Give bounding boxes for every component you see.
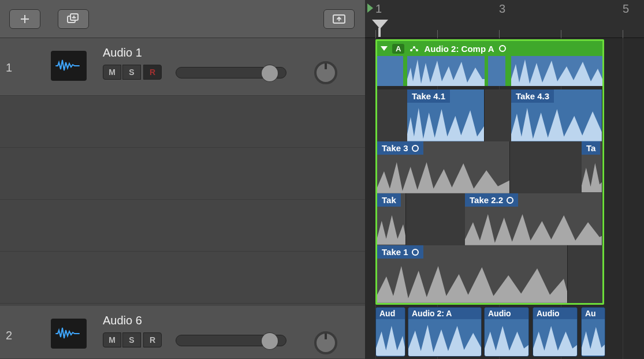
take-region[interactable]: Take 3 — [377, 141, 510, 193]
mute-button[interactable]: M — [103, 65, 121, 80]
record-enable-button[interactable]: R — [143, 65, 162, 80]
take-region[interactable]: Take 4.3 — [511, 89, 602, 141]
region-label: Ta — [582, 141, 600, 155]
pan-knob[interactable] — [314, 61, 337, 84]
region-label: Audio — [533, 308, 577, 319]
track-header-row[interactable]: 2 Audio 6 M S R — [0, 306, 365, 359]
solo-button[interactable]: S — [122, 332, 141, 347]
take-region[interactable]: Take 2.2 — [465, 193, 602, 245]
take-lane[interactable]: Take 4.1 Take 4.3 — [377, 89, 602, 141]
loop-indicator-icon — [412, 249, 419, 256]
comp-segment[interactable] — [488, 56, 505, 86]
take-lane[interactable]: Tak Take 2.2 — [377, 193, 602, 245]
solo-button[interactable]: S — [122, 65, 141, 80]
track-header-panel: 1 Audio 1 M S R 2 Audio 6 M S R — [0, 0, 365, 359]
ruler[interactable]: 1 3 5 — [365, 0, 644, 38]
comp-segment[interactable] — [407, 56, 485, 86]
region-label: Take 1 — [377, 245, 423, 259]
audio-region[interactable]: Aud — [375, 307, 405, 357]
take-lane[interactable]: Take 3 Ta — [377, 141, 602, 193]
region-label: Tak — [377, 193, 401, 207]
region-label: Take 4.1 — [407, 89, 450, 103]
comp-segment[interactable] — [511, 56, 602, 86]
audio-region[interactable]: Audio — [533, 307, 578, 357]
region-label: Take 4.3 — [511, 89, 554, 103]
ruler-mark: 5 — [623, 2, 629, 16]
track-number: 1 — [6, 61, 12, 74]
track-header-collapse-button[interactable] — [323, 9, 355, 29]
take-folder-header-area — [0, 96, 365, 306]
volume-fader[interactable] — [176, 67, 286, 78]
track-name[interactable]: Audio 1 — [103, 46, 142, 59]
take-folder-region[interactable]: A Audio 2: Comp A Take 4.1 — [375, 39, 604, 305]
cycle-start-icon[interactable] — [367, 3, 373, 13]
fader-knob[interactable] — [262, 333, 278, 349]
pan-knob[interactable] — [314, 331, 337, 354]
comp-badge[interactable]: A — [392, 44, 404, 54]
take-lane[interactable]: Take 1 — [377, 245, 602, 303]
audio-region[interactable]: Audio 2: A — [408, 307, 482, 357]
disclosure-triangle-icon[interactable] — [381, 46, 388, 51]
timeline-area[interactable]: 1 3 5 A Audio 2: Comp A — [365, 0, 644, 359]
take-region[interactable]: Ta — [582, 141, 602, 193]
track-name[interactable]: Audio 6 — [103, 314, 142, 327]
take-region[interactable]: Tak — [377, 193, 406, 245]
region-label: Take 2.2 — [465, 193, 518, 207]
region-label: Aud — [376, 308, 405, 319]
audio-region[interactable]: Au — [581, 307, 605, 357]
loop-indicator-icon — [412, 145, 419, 152]
track-header-row[interactable]: 1 Audio 1 M S R — [0, 38, 365, 96]
loop-indicator-icon — [499, 45, 506, 52]
comp-segment[interactable] — [377, 56, 403, 86]
audio-track-icon — [51, 51, 87, 81]
region-label: Audio 2: A — [408, 308, 481, 319]
track-controls: M S R — [103, 65, 162, 80]
track-controls: M S R — [103, 332, 162, 347]
audio-region[interactable]: Audio — [484, 307, 529, 357]
audio-track-icon — [51, 319, 87, 349]
take-region[interactable]: Take 1 — [377, 245, 568, 303]
region-label: Au — [582, 308, 605, 319]
loop-indicator-icon — [507, 197, 513, 204]
toolbar — [0, 0, 365, 38]
ruler-mark: 3 — [499, 2, 505, 16]
fader-knob[interactable] — [262, 65, 278, 81]
comp-title: Audio 2: Comp A — [424, 44, 494, 54]
comp-header[interactable]: A Audio 2: Comp A — [377, 41, 602, 56]
playhead-stem — [378, 28, 381, 37]
record-enable-button[interactable]: R — [143, 332, 162, 347]
volume-fader[interactable] — [176, 335, 286, 346]
comp-result-row[interactable] — [377, 56, 602, 86]
add-track-button[interactable] — [9, 9, 40, 29]
region-label: Audio — [485, 308, 528, 319]
ruler-mark: 1 — [375, 2, 382, 16]
duplicate-track-button[interactable] — [58, 9, 89, 29]
mute-button[interactable]: M — [103, 332, 121, 347]
take-region[interactable]: Take 4.1 — [407, 89, 485, 141]
track-number: 2 — [6, 329, 12, 342]
track-2-regions[interactable]: Aud Audio 2: A Audio Audio Au — [375, 307, 644, 358]
region-label: Take 3 — [377, 141, 423, 155]
quick-swipe-icon[interactable] — [409, 44, 419, 53]
